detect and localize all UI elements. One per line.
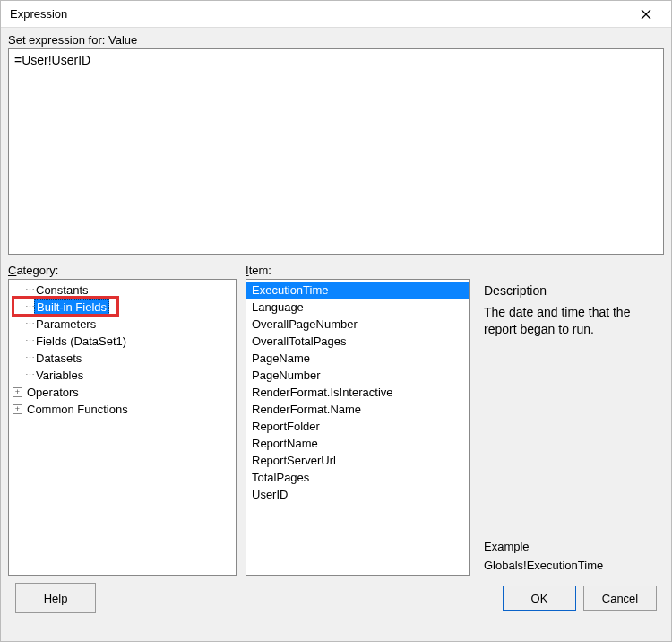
category-tree-item[interactable]: ⋯Datasets xyxy=(9,350,236,367)
item-list-row[interactable]: ExecutionTime xyxy=(246,282,469,299)
example-text: Globals!ExecutionTime xyxy=(484,559,659,572)
category-tree-item[interactable]: ⋯Fields (DataSet1) xyxy=(9,333,236,350)
category-item-label: Operators xyxy=(25,386,81,399)
category-column: Category: ⋯Constants⋯Built-in Fields⋯Par… xyxy=(8,262,237,576)
item-list-row[interactable]: PageName xyxy=(246,350,469,367)
item-list-row[interactable]: ReportServerUrl xyxy=(246,452,469,469)
category-item-label: Fields (DataSet1) xyxy=(34,334,128,348)
item-list-row[interactable]: TotalPages xyxy=(246,469,469,486)
category-item-label: Variables xyxy=(34,369,85,382)
item-list-row[interactable]: RenderFormat.Name xyxy=(246,401,469,418)
expression-textarea[interactable]: =User!UserID xyxy=(8,48,664,255)
item-column: Item: ExecutionTimeLanguageOverallPageNu… xyxy=(246,262,470,576)
window-title: Expression xyxy=(10,7,67,21)
category-tree-item[interactable]: ⋯Constants xyxy=(9,282,236,299)
category-tree-item[interactable]: ⋯Variables xyxy=(9,367,236,384)
item-list-row[interactable]: OverallTotalPages xyxy=(246,333,469,350)
item-label: Item: xyxy=(246,264,470,277)
help-button[interactable]: Help xyxy=(15,583,96,613)
dialog-body: Set expression for: Value =User!UserID C… xyxy=(1,28,671,641)
example-heading: Example xyxy=(484,540,659,553)
description-column: Description The date and time that the r… xyxy=(478,262,664,576)
category-tree-item[interactable]: +Common Functions xyxy=(9,401,236,418)
cancel-button[interactable]: Cancel xyxy=(583,586,657,611)
expand-icon[interactable]: + xyxy=(13,404,22,414)
category-item-label: Constants xyxy=(34,283,90,297)
item-list-row[interactable]: ReportName xyxy=(246,435,469,452)
item-list-row[interactable]: RenderFormat.IsInteractive xyxy=(246,384,469,401)
category-label: Category: xyxy=(8,264,237,277)
category-item-label: Datasets xyxy=(34,351,83,365)
item-list-row[interactable]: Language xyxy=(246,299,469,316)
description-text: The date and time that the report began … xyxy=(484,304,659,339)
titlebar: Expression xyxy=(1,1,671,28)
item-list-row[interactable]: PageNumber xyxy=(246,367,469,384)
close-icon xyxy=(641,9,651,20)
category-item-label: Built-in Fields xyxy=(34,299,109,315)
category-tree-item[interactable]: +Operators xyxy=(9,384,236,401)
lower-panes: Category: ⋯Constants⋯Built-in Fields⋯Par… xyxy=(8,262,664,576)
category-tree-item[interactable]: ⋯Parameters xyxy=(9,316,236,333)
dialog-footer: Help OK Cancel xyxy=(8,576,664,620)
category-list[interactable]: ⋯Constants⋯Built-in Fields⋯Parameters⋯Fi… xyxy=(8,279,237,576)
category-item-label: Parameters xyxy=(34,317,98,331)
category-item-label: Common Functions xyxy=(25,403,130,416)
description-heading: Description xyxy=(484,282,659,300)
item-list-row[interactable]: UserID xyxy=(246,486,469,503)
item-list-row[interactable]: OverallPageNumber xyxy=(246,316,469,333)
item-list-row[interactable]: ReportFolder xyxy=(246,418,469,435)
expand-icon[interactable]: + xyxy=(13,387,22,397)
category-tree-item[interactable]: ⋯Built-in Fields xyxy=(9,299,236,316)
ok-button[interactable]: OK xyxy=(503,586,576,611)
set-expression-for-label: Set expression for: Value xyxy=(8,33,664,47)
expression-dialog: Expression Set expression for: Value =Us… xyxy=(0,0,672,642)
item-list[interactable]: ExecutionTimeLanguageOverallPageNumberOv… xyxy=(246,279,470,576)
close-button[interactable] xyxy=(628,2,664,27)
